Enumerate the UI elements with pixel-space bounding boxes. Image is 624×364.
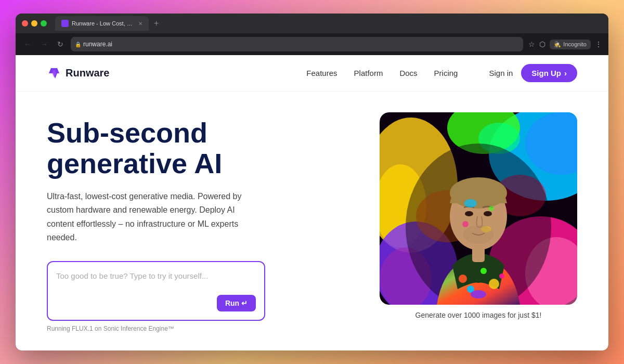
hero-image xyxy=(380,112,577,305)
svg-point-23 xyxy=(465,211,473,216)
fullscreen-button[interactable] xyxy=(41,20,47,27)
traffic-lights xyxy=(22,20,47,27)
forward-button[interactable]: → xyxy=(38,38,50,50)
svg-point-14 xyxy=(459,275,467,283)
logo[interactable]: Runware xyxy=(47,66,109,81)
url-bar[interactable]: runware.ai xyxy=(71,37,523,51)
minimize-button[interactable] xyxy=(31,20,37,27)
back-button[interactable]: ← xyxy=(22,38,33,50)
nav-links: Features Platform Docs Pricing xyxy=(306,69,458,77)
svg-point-16 xyxy=(489,279,499,289)
sign-in-button[interactable]: Sign in xyxy=(489,69,513,77)
tab-bar: Runware - Low Cost, Ultra-Fa... ✕ + xyxy=(55,16,162,31)
new-tab-button[interactable]: + xyxy=(151,19,162,28)
hero-subtitle: Ultra-fast, lowest-cost generative media… xyxy=(47,190,244,245)
run-button[interactable]: Run ↵ xyxy=(217,295,256,311)
flux-label: Running FLUX.1 on Sonic Inference Engine… xyxy=(47,325,265,332)
prompt-placeholder: Too good to be true? Type to try it your… xyxy=(56,270,256,282)
svg-point-19 xyxy=(471,290,486,298)
incognito-label: Incognito xyxy=(563,41,587,47)
refresh-button[interactable]: ↻ xyxy=(55,38,66,50)
sign-up-label: Sign Up xyxy=(531,69,561,77)
hero-title: Sub-second generative AI xyxy=(47,118,348,179)
hero-title-line2: generative AI xyxy=(47,148,222,179)
nav-docs[interactable]: Docs xyxy=(399,69,417,77)
svg-point-18 xyxy=(499,274,504,279)
bookmark-icon[interactable]: ☆ xyxy=(528,40,535,48)
hero-left: Sub-second generative AI Ultra-fast, low… xyxy=(47,112,348,332)
hero-title-line1: Sub-second xyxy=(47,117,207,148)
logo-icon xyxy=(47,66,61,81)
browser-window: Runware - Low Cost, Ultra-Fa... ✕ + ← → … xyxy=(16,14,608,350)
run-button-label: Run ↵ xyxy=(225,299,248,307)
hero-section: Sub-second generative AI Ultra-fast, low… xyxy=(16,92,608,350)
incognito-badge: 🕵 Incognito xyxy=(550,40,591,49)
svg-point-25 xyxy=(464,199,477,207)
title-bar: Runware - Low Cost, Ultra-Fa... ✕ + xyxy=(16,14,608,33)
site-nav: Runware Features Platform Docs Pricing S… xyxy=(16,55,608,92)
address-container[interactable]: 🔒 runware.ai xyxy=(71,37,523,51)
nav-actions: Sign in Sign Up › xyxy=(489,64,577,82)
logo-text: Runware xyxy=(66,67,109,79)
extensions-icon[interactable]: ⬡ xyxy=(539,40,545,48)
tab-title: Runware - Low Cost, Ultra-Fa... xyxy=(72,20,133,27)
hero-image-svg xyxy=(380,112,577,305)
close-button[interactable] xyxy=(22,20,28,27)
sign-up-button[interactable]: Sign Up › xyxy=(521,64,577,82)
hero-right: Generate over 1000 images for just $1! xyxy=(380,112,577,319)
svg-point-15 xyxy=(480,268,487,274)
toolbar-right: ☆ ⬡ 🕵 Incognito ⋮ xyxy=(528,40,602,49)
more-options-icon[interactable]: ⋮ xyxy=(595,40,602,48)
sign-up-arrow-icon: › xyxy=(564,69,567,77)
lock-icon: 🔒 xyxy=(75,42,81,47)
prompt-box[interactable]: Too good to be true? Type to try it your… xyxy=(47,261,265,321)
svg-point-24 xyxy=(484,211,492,216)
svg-point-26 xyxy=(462,221,469,227)
tab-favicon xyxy=(61,20,69,27)
tab-close-icon[interactable]: ✕ xyxy=(138,21,142,27)
nav-platform[interactable]: Platform xyxy=(354,69,383,77)
nav-pricing[interactable]: Pricing xyxy=(434,69,458,77)
active-tab[interactable]: Runware - Low Cost, Ultra-Fa... ✕ xyxy=(55,16,149,31)
incognito-icon: 🕵 xyxy=(554,41,561,48)
page-content: Runware Features Platform Docs Pricing S… xyxy=(16,55,608,350)
svg-point-27 xyxy=(489,206,494,211)
nav-features[interactable]: Features xyxy=(306,69,337,77)
address-bar: ← → ↻ 🔒 runware.ai ☆ ⬡ 🕵 Incognito ⋮ xyxy=(16,33,608,55)
image-caption: Generate over 1000 images for just $1! xyxy=(415,311,542,319)
svg-point-29 xyxy=(463,225,494,244)
